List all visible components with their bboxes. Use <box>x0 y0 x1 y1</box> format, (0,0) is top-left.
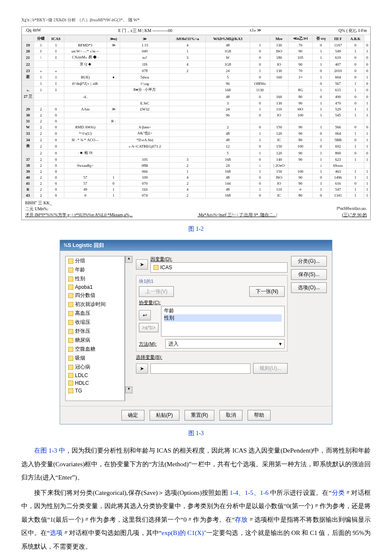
var-label: 舒张压 <box>75 328 90 335</box>
var-label: 分组 <box>75 257 85 264</box>
rule-button[interactable]: 规则(U)... <box>253 363 288 374</box>
p2i: 〃对话框中要勾选如图几项，其中“ <box>63 529 161 536</box>
reset-button[interactable]: 重置(R) <box>184 410 215 421</box>
select-variable-field[interactable] <box>150 363 251 374</box>
help-button[interactable]: 帮助 <box>248 410 271 421</box>
var-item[interactable]: Apoba1 <box>66 283 124 291</box>
move-to-dependent-button[interactable]: ➤ <box>136 259 148 270</box>
side-buttons: 分类(G)... 保存(S)... 选项(O)... <box>291 256 327 401</box>
status-l3: 才开 IM*I*'%%'%方学 g· | ·t*SUl%%n·A%Lil·*Mk… <box>25 212 133 218</box>
var-item[interactable]: 年龄 <box>66 265 124 274</box>
var-item[interactable]: 空腹血糖 <box>66 345 124 354</box>
menu-r1: x1» ≫ <box>250 28 262 34</box>
var-item[interactable]: 四分数值 <box>66 291 124 300</box>
scroll-down-icon[interactable]: ▼ <box>125 386 133 393</box>
menu-mid: E 门，z三 M | KM -----------00 <box>118 28 173 34</box>
status-l1: BBfH" 三 KK_ <box>25 200 367 206</box>
var-item[interactable]: TG <box>66 387 124 395</box>
scale-icon <box>68 365 73 370</box>
block-title: 块1的1 <box>139 278 285 285</box>
move-to-select-button[interactable]: ➤ <box>136 363 148 374</box>
spss-data-window: .Qq 4ttW E 门，z三 M | KM -----------00 x1»… <box>21 26 371 220</box>
var-item[interactable]: 性别 <box>66 274 124 283</box>
var-label: 糖尿病 <box>75 337 90 344</box>
interaction-button[interactable]: >a*b> <box>139 323 159 332</box>
scale-icon <box>68 293 73 298</box>
body-text: 在图 1-3 中，因为我们要分析性别和年龄与 ICAS 的相关程度，因此将 IC… <box>21 444 371 553</box>
method-label: 方法(M): <box>139 341 163 347</box>
paragraph-2: 接下来我们将对分类(Categorical),保存(Save)＞选项(Optio… <box>21 486 371 554</box>
scale-icon <box>68 356 73 361</box>
p2c: 中所示进行设置。在“ <box>268 489 331 496</box>
categorical-button[interactable]: 分类(G)... <box>291 256 327 267</box>
scale-icon <box>153 265 159 270</box>
scale-icon <box>68 276 73 282</box>
var-label: 冠心病 <box>75 363 90 371</box>
paste-button[interactable]: 粘贴(P) <box>150 410 179 421</box>
menu-r2: Q% ( 化匕 I-Fm <box>339 28 367 34</box>
scale-icon <box>68 320 73 325</box>
status-r3: (三),"夕 90 的 <box>342 212 367 218</box>
var-item[interactable]: 舒张压 <box>66 327 124 336</box>
scale-icon <box>68 329 73 334</box>
covariates-list[interactable]: 年龄 性别 <box>161 306 285 337</box>
block-frame: 块1的1 上一张(V) 下一张(N) 协变量(C): ↩ >a*b> 年龄 性别 <box>136 275 288 352</box>
cancel-button[interactable]: 取消 <box>219 410 242 421</box>
var-item[interactable]: 收缩压 <box>66 318 124 327</box>
options-button[interactable]: 选项(O)... <box>291 282 327 293</box>
var-label: 空腹血糖 <box>75 346 95 353</box>
figure-caption-1: 图 1-2 <box>21 225 371 233</box>
var-label: 高血压 <box>75 310 90 317</box>
cov-item-1: 年龄 <box>164 307 282 314</box>
var-item[interactable]: 冠心病 <box>66 363 124 372</box>
spss-status: BBfH" 三 KK_ 二元 UMn%: f*ssSHwxtlzo.uo. 才开… <box>22 198 370 220</box>
next-block-button[interactable]: 下一张(N) <box>249 286 285 297</box>
cov-item-2: 性别 <box>164 314 282 322</box>
dialog-title: ¾S Logistic 回归 <box>60 240 332 251</box>
scale-icon <box>68 338 73 343</box>
p2j: exp(B)的 C1(X)" <box>161 529 206 536</box>
scale-icon <box>68 285 73 290</box>
var-label: 年龄 <box>75 266 85 273</box>
method-select[interactable]: 进入 ▾ <box>165 339 285 349</box>
logistic-dialog: ¾S Logistic 回归 分组年龄性别Apoba1四分数值初次就诊时间高血压… <box>60 240 332 424</box>
var-label: 四分数值 <box>75 292 95 299</box>
scale-icon <box>68 302 73 307</box>
variable-list[interactable]: 分组年龄性别Apoba1四分数值初次就诊时间高血压收缩压舒张压糖尿病空腹血糖吸烟… <box>65 256 125 401</box>
p2f: 存放 <box>235 516 248 523</box>
dependent-label: 因变量(D): <box>150 256 288 262</box>
dependent-value: ICAS <box>160 264 172 270</box>
var-item[interactable]: 初次就诊时间 <box>66 300 124 309</box>
save-button[interactable]: 保存(S)... <box>291 269 327 280</box>
var-item[interactable]: 糖尿病 <box>66 336 124 345</box>
status-l2: 二元 UMn%: <box>25 206 49 212</box>
move-to-covariate-button[interactable]: ↩ <box>139 310 151 320</box>
scale-icon <box>68 267 73 273</box>
p2a: 接下来我们将对分类(Categorical),保存(Save)＞选项(Optio… <box>34 489 230 496</box>
scale-icon <box>68 373 73 378</box>
var-scrollbar[interactable]: ▲ ▼ <box>125 256 133 401</box>
scale-icon <box>68 388 73 393</box>
scale-icon <box>68 347 73 352</box>
var-label: 初次就诊时间 <box>75 301 106 308</box>
var-item[interactable]: 高血压 <box>66 309 124 318</box>
p2d: 分类 <box>331 489 345 496</box>
menu-left: .Qq 4ttW <box>25 28 41 34</box>
var-item[interactable]: HDLC <box>66 379 124 387</box>
paragraph-1: 在图 1-3 中，因为我们要分析性别和年龄与 ICAS 的相关程度，因此将 IC… <box>21 444 371 485</box>
scroll-up-icon[interactable]: ▲ <box>125 256 133 263</box>
dependent-field[interactable]: ICAS <box>150 262 288 273</box>
var-label: HDLC <box>75 380 89 386</box>
var-item[interactable]: LDLC <box>66 372 124 379</box>
p2b: 1-4、1-5、1-6 <box>230 489 268 496</box>
var-item[interactable]: 分组 <box>66 256 124 265</box>
status-r2: f*ssSHwxtlzo.uo. <box>337 206 367 212</box>
var-label: 性别 <box>75 275 85 282</box>
prev-block-button[interactable]: 上一张(V) <box>139 286 174 297</box>
var-item[interactable]: 吸烟 <box>66 354 124 363</box>
ok-button[interactable]: 确定 <box>121 410 144 421</box>
covariates-label: 协变量(C): <box>139 299 285 306</box>
var-label: 收缩压 <box>75 319 90 326</box>
chevron-down-icon: ▾ <box>279 341 282 347</box>
var-label: LDLC <box>75 372 88 378</box>
